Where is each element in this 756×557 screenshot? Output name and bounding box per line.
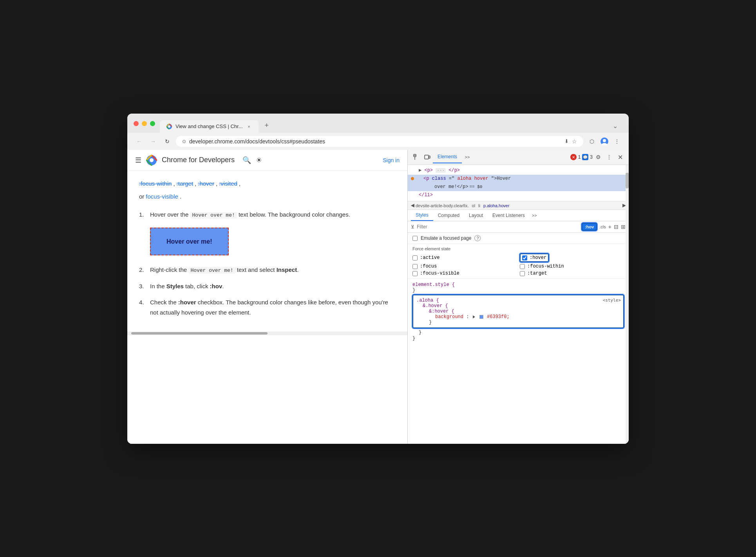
warning-badge[interactable]: 💬 bbox=[582, 154, 588, 160]
header-theme-icon[interactable]: ☀ bbox=[256, 156, 262, 165]
svg-rect-8 bbox=[425, 155, 429, 159]
tab-close-button[interactable]: × bbox=[246, 123, 252, 130]
period-text: . bbox=[180, 192, 181, 202]
hover-link[interactable]: :hover bbox=[198, 179, 214, 189]
breadcrumb-item-1[interactable]: devsite-article-body.clearfix. bbox=[416, 203, 469, 208]
filter-input[interactable] bbox=[417, 224, 579, 230]
warning-icon: 💬 bbox=[583, 155, 588, 159]
css-color-swatch[interactable] bbox=[479, 315, 483, 319]
css-color-value: #6393f0; bbox=[487, 314, 510, 320]
highlighted-rule: .aloha { &.hover { &:hover { background … bbox=[412, 295, 624, 328]
target-label: :target bbox=[527, 271, 547, 276]
step-4-content: Check the :hover checkbox. The backgroun… bbox=[150, 297, 396, 317]
traffic-light-yellow[interactable] bbox=[142, 121, 147, 126]
focus-visible-state-label: :focus-visible bbox=[420, 271, 459, 276]
header-search-icon[interactable]: 🔍 bbox=[242, 156, 251, 165]
device-icon[interactable] bbox=[422, 152, 433, 163]
tab-expand-button[interactable]: ⌄ bbox=[608, 119, 622, 133]
traffic-light-red[interactable] bbox=[134, 121, 139, 126]
breadcrumb-item-2[interactable]: ol bbox=[472, 203, 476, 208]
focus-label: :focus bbox=[420, 264, 437, 269]
focus-visible-link[interactable]: focus-visible bbox=[146, 192, 178, 202]
filter-bar: ⊻ :hov .cls + ⊟ ⊞ bbox=[408, 221, 629, 233]
focus-within-label: :focus-within bbox=[527, 264, 564, 269]
hover-state-container: :hover bbox=[520, 253, 549, 262]
profile-icon[interactable] bbox=[599, 136, 610, 147]
focus-visible-line: or focus-visible . bbox=[139, 192, 396, 202]
horizontal-scrollbar[interactable] bbox=[127, 331, 407, 335]
element-style-rule: element.style { } bbox=[412, 282, 624, 293]
breadcrumb-back-icon[interactable]: ◀ bbox=[411, 203, 414, 208]
back-button[interactable]: ← bbox=[134, 136, 145, 147]
error-count: 1 bbox=[578, 154, 581, 160]
devtools-scrollbar[interactable] bbox=[626, 165, 629, 444]
visited-link[interactable]: :visited bbox=[219, 179, 237, 189]
dollar-zero: == $0 bbox=[468, 184, 483, 191]
dom-line-3[interactable]: </li> bbox=[408, 191, 629, 199]
svg-rect-9 bbox=[429, 156, 430, 158]
extensions-icon[interactable]: ⬡ bbox=[586, 136, 597, 147]
forward-button[interactable]: → bbox=[148, 136, 159, 147]
bookmark-icon[interactable]: ☆ bbox=[572, 138, 577, 145]
tab-event-listeners[interactable]: Event Listeners bbox=[488, 210, 530, 221]
address-bar: ← → ↻ ⊙ developer.chrome.com/docs/devtoo… bbox=[127, 133, 629, 150]
emulate-checkbox[interactable] bbox=[412, 236, 418, 241]
more-devtools-tabs-icon[interactable]: >> bbox=[462, 152, 473, 163]
cls-text[interactable]: .cls bbox=[599, 224, 606, 229]
dom-line-2-highlighted[interactable]: <p class =" aloha hover ">Hover bbox=[408, 175, 629, 183]
traffic-light-green[interactable] bbox=[150, 121, 155, 126]
css-color-triangle bbox=[473, 315, 475, 318]
force-state-section: Force element state :active :hover bbox=[408, 244, 629, 279]
url-text: developer.chrome.com/docs/devtools/css#p… bbox=[189, 138, 561, 145]
active-tab[interactable]: View and change CSS | Chr... × bbox=[160, 120, 259, 133]
hover-checkbox[interactable] bbox=[522, 255, 527, 260]
filter-copy-icon[interactable]: ⊟ bbox=[614, 224, 619, 230]
tab-bar: View and change CSS | Chr... × + bbox=[160, 118, 273, 133]
focus-checkbox[interactable] bbox=[412, 264, 418, 269]
refresh-button[interactable]: ↻ bbox=[162, 136, 173, 147]
signin-link[interactable]: Sign in bbox=[383, 157, 400, 163]
focus-visible-checkbox[interactable] bbox=[412, 271, 418, 276]
focus-within-link[interactable]: :focus-within bbox=[139, 179, 172, 189]
state-item-target: :target bbox=[520, 271, 624, 276]
traffic-lights bbox=[134, 121, 155, 126]
styles-tabs: Styles Computed Layout Event Listeners >… bbox=[408, 210, 629, 221]
hover-label: :hover bbox=[530, 255, 546, 260]
url-bar[interactable]: ⊙ developer.chrome.com/docs/devtools/css… bbox=[176, 136, 583, 147]
target-link[interactable]: :target bbox=[177, 179, 194, 189]
elements-tab[interactable]: Elements bbox=[433, 151, 462, 163]
tab-computed[interactable]: Computed bbox=[433, 210, 464, 221]
breadcrumb-item-4[interactable]: p.aloha.hover bbox=[483, 203, 510, 208]
filter-add-icon[interactable]: + bbox=[608, 224, 611, 230]
devtools-scrollbar-thumb[interactable] bbox=[626, 173, 629, 188]
breadcrumb-item-3[interactable]: li bbox=[478, 203, 480, 208]
article-content: :focus-within , :target , :hover , :visi… bbox=[127, 171, 407, 332]
active-checkbox[interactable] bbox=[412, 255, 418, 260]
tab-styles[interactable]: Styles bbox=[411, 210, 433, 221]
state-item-focus-visible: :focus-visible bbox=[412, 271, 517, 276]
focus-within-checkbox[interactable] bbox=[520, 264, 525, 269]
hover-button[interactable]: Hover over me! bbox=[150, 228, 229, 255]
hamburger-menu-icon[interactable]: ☰ bbox=[135, 156, 141, 165]
error-badge[interactable]: ✕ bbox=[570, 154, 577, 160]
more-styles-tabs-icon[interactable]: >> bbox=[530, 211, 539, 220]
devtools-settings-icon[interactable]: ⚙ bbox=[593, 152, 604, 163]
browser-menu-icon[interactable]: ⋮ bbox=[611, 136, 622, 147]
step-3: 3. In the Styles tab, click :hov. bbox=[139, 281, 396, 291]
target-checkbox[interactable] bbox=[520, 271, 525, 276]
devtools-menu-icon[interactable]: ⋮ bbox=[604, 152, 615, 163]
force-state-label: Force element state bbox=[412, 246, 624, 251]
inspector-icon[interactable] bbox=[411, 152, 422, 163]
page-content: ☰ Chrome for Developers 🔍 ☀ Sign in bbox=[127, 150, 407, 444]
filter-expand-icon[interactable]: ⊞ bbox=[621, 224, 626, 230]
devtools-close-button[interactable]: ✕ bbox=[615, 152, 626, 163]
hov-button[interactable]: :hov bbox=[582, 223, 597, 231]
scrollbar-thumb[interactable] bbox=[131, 332, 268, 335]
new-tab-button[interactable]: + bbox=[260, 118, 274, 133]
dom-line-1[interactable]: ▶ <p> ··· </p> bbox=[408, 166, 629, 175]
chrome-developers-logo bbox=[146, 155, 157, 166]
breadcrumb-forward-icon[interactable]: ▶ bbox=[622, 203, 626, 208]
emulate-help-icon[interactable]: ? bbox=[474, 235, 481, 241]
breakpoint-dot bbox=[411, 177, 414, 180]
tab-layout[interactable]: Layout bbox=[464, 210, 488, 221]
